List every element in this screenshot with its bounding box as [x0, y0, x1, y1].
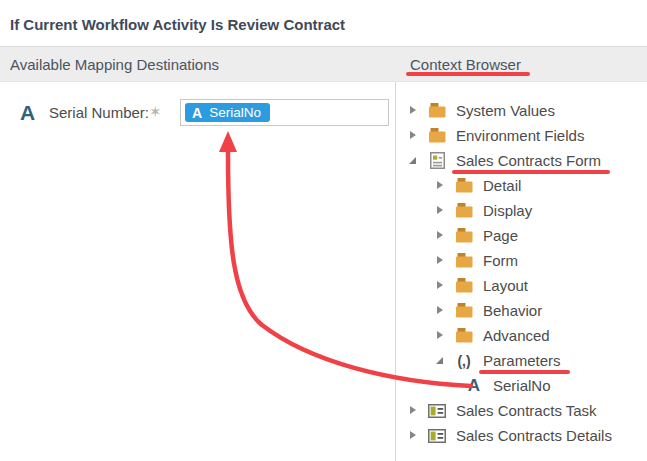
expand-icon[interactable] — [436, 229, 446, 243]
folder-icon — [454, 203, 474, 218]
expand-icon[interactable] — [436, 304, 446, 318]
expand-icon[interactable] — [436, 179, 446, 193]
tree-item-label: Advanced — [483, 327, 550, 344]
tree-item-behavior[interactable]: Behavior — [396, 298, 647, 323]
tree-item-sales-contracts-details[interactable]: Sales Contracts Details — [396, 423, 647, 448]
tree-item-label: Page — [483, 227, 518, 244]
expand-icon[interactable] — [409, 429, 419, 443]
expand-icon[interactable] — [409, 404, 419, 418]
folder-icon — [454, 253, 474, 268]
collapse-icon[interactable] — [409, 154, 419, 168]
view-icon — [427, 404, 447, 418]
left-panel-header: Available Mapping Destinations — [10, 47, 219, 82]
panel-header-band: Available Mapping Destinations Context B… — [0, 46, 647, 82]
folder-icon — [454, 303, 474, 318]
tree-item-label: Layout — [483, 277, 528, 294]
tree-item-parameters[interactable]: (,)Parameters — [396, 348, 647, 373]
tree-item-label: Behavior — [483, 302, 542, 319]
tree-item-label: Parameters — [483, 352, 561, 369]
expand-icon[interactable] — [436, 329, 446, 343]
expand-icon[interactable] — [436, 279, 446, 293]
expand-icon[interactable] — [436, 254, 446, 268]
chip-label: SerialNo — [209, 105, 261, 120]
tree-item-label: Environment Fields — [456, 127, 584, 144]
right-panel-header: Context Browser — [410, 47, 521, 82]
mapping-destination-row: A Serial Number: ✶ A SerialNo — [0, 99, 395, 127]
parameters-icon: (,) — [454, 353, 474, 369]
expand-icon[interactable] — [409, 129, 419, 143]
tree-item-advanced[interactable]: Advanced — [396, 323, 647, 348]
tree-item-label: SerialNo — [493, 377, 551, 394]
collapse-icon[interactable] — [436, 354, 446, 368]
tree-item-sales-contracts-form[interactable]: Sales Contracts Form — [396, 148, 647, 173]
tree-item-label: System Values — [456, 102, 555, 119]
form-icon — [427, 152, 447, 169]
field-a-icon: A — [464, 376, 484, 396]
text-field-type-icon: A — [192, 105, 202, 121]
tree-item-display[interactable]: Display — [396, 198, 647, 223]
tree-item-label: Detail — [483, 177, 521, 194]
tree-item-label: Display — [483, 202, 532, 219]
folder-icon — [454, 178, 474, 193]
text-field-type-icon: A — [20, 100, 35, 126]
folder-icon — [454, 278, 474, 293]
field-label: Serial Number: — [49, 104, 149, 121]
serial-number-input[interactable]: A SerialNo — [180, 99, 389, 126]
tree-item-label: Sales Contracts Task — [456, 402, 597, 419]
tree-item-layout[interactable]: Layout — [396, 273, 647, 298]
tree-item-sales-contracts-task[interactable]: Sales Contracts Task — [396, 398, 647, 423]
view-icon — [427, 429, 447, 443]
tree-item-page[interactable]: Page — [396, 223, 647, 248]
tree-item-form[interactable]: Form — [396, 248, 647, 273]
tree-item-label: Form — [483, 252, 518, 269]
folder-icon — [454, 328, 474, 343]
tree-item-serialno[interactable]: ASerialNo — [396, 373, 647, 398]
folder-icon — [427, 128, 447, 143]
page-title: If Current Workflow Activity Is Review C… — [10, 16, 345, 33]
required-star-icon: ✶ — [149, 103, 162, 121]
expand-icon[interactable] — [409, 104, 419, 118]
serialno-mapping-chip[interactable]: A SerialNo — [185, 103, 270, 122]
tree-item-detail[interactable]: Detail — [396, 173, 647, 198]
tree-item-label: Sales Contracts Form — [456, 152, 601, 169]
context-browser-tree: System ValuesEnvironment FieldsSales Con… — [396, 98, 647, 448]
tree-item-system-values[interactable]: System Values — [396, 98, 647, 123]
tree-item-environment-fields[interactable]: Environment Fields — [396, 123, 647, 148]
tree-item-label: Sales Contracts Details — [456, 427, 612, 444]
folder-icon — [454, 228, 474, 243]
folder-icon — [427, 103, 447, 118]
expand-icon[interactable] — [436, 204, 446, 218]
